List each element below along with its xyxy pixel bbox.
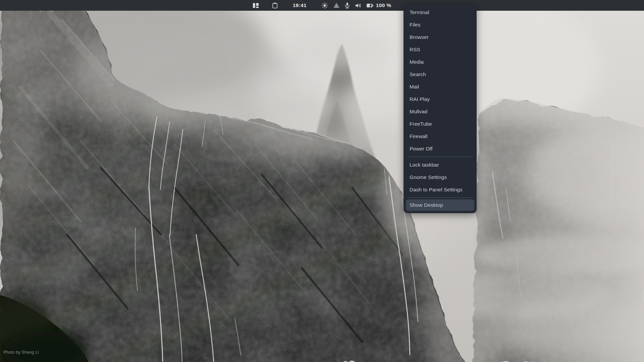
menu-item-gnome-settings[interactable]: Gnome Settings xyxy=(404,171,477,183)
wallpaper-image xyxy=(0,0,644,362)
menu-item-media[interactable]: Media xyxy=(404,56,477,68)
desktop: Photo by Shang Li ⚙ 19:41 xyxy=(0,0,644,362)
top-panel: 19:41 xyxy=(0,0,644,11)
photo-credit: Photo by Shang Li xyxy=(3,350,39,355)
menu-item-power-off[interactable]: Power Off xyxy=(404,142,477,155)
clock[interactable]: 19:41 xyxy=(293,2,307,8)
menu-separator xyxy=(408,197,473,198)
menu-item-lock-taskbar[interactable]: Lock taskbar xyxy=(404,159,477,171)
volume-icon[interactable] xyxy=(355,3,361,8)
menu-item-browser[interactable]: Browser xyxy=(404,31,477,43)
menu-item-mail[interactable]: Mail xyxy=(404,80,477,93)
battery-percentage: 100 % xyxy=(376,2,391,8)
menu-item-mullvad[interactable]: Mullvad xyxy=(404,105,477,118)
menu-item-dash-to-panel-settings[interactable]: Dash to Panel Settings xyxy=(404,183,477,196)
gear-icon[interactable]: ⚙ xyxy=(627,10,633,16)
panel-status-cluster: 19:41 xyxy=(253,0,391,11)
menu-item-show-desktop[interactable]: Show Desktop xyxy=(406,199,474,211)
menu-item-rai-play[interactable]: RAI Play xyxy=(404,93,477,105)
menu-item-search[interactable]: Search xyxy=(404,68,477,80)
context-menu: Terminal Files Browser RSS Media Search … xyxy=(404,4,477,213)
network-signal-icon[interactable] xyxy=(334,3,339,8)
microphone-icon[interactable] xyxy=(345,2,350,8)
brightness-icon[interactable] xyxy=(322,2,328,9)
clipboard-icon[interactable] xyxy=(272,2,278,8)
menu-item-freetube[interactable]: FreeTube xyxy=(404,118,477,130)
menu-separator xyxy=(408,157,473,157)
menu-item-rss[interactable]: RSS xyxy=(404,43,477,56)
menu-item-terminal[interactable]: Terminal xyxy=(404,6,477,18)
menu-item-firewall[interactable]: Firewall xyxy=(404,130,477,142)
battery-charging-icon xyxy=(367,3,374,8)
dash-to-panel-apps-icon[interactable] xyxy=(253,3,259,8)
battery-indicator[interactable]: 100 % xyxy=(367,2,391,8)
menu-item-files[interactable]: Files xyxy=(404,18,477,31)
